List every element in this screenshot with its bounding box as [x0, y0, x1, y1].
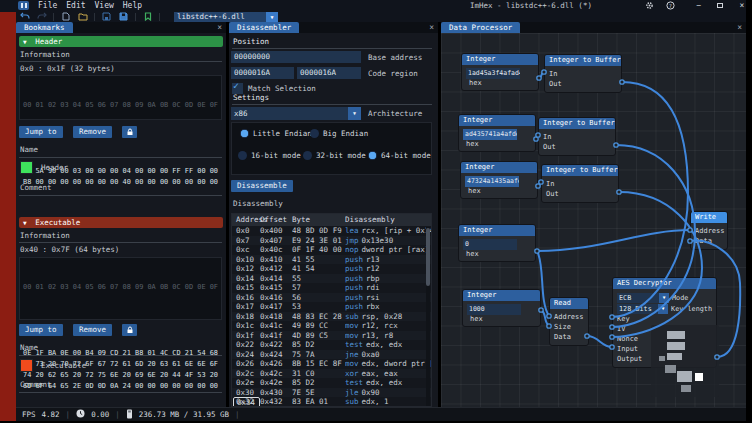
bookmark-color-swatch[interactable]: [20, 161, 33, 174]
disassembly-row[interactable]: 0x22 0x422 85 D2 testedx, edx: [232, 340, 431, 350]
radio-16bit-mode[interactable]: 16-bit mode: [238, 151, 301, 160]
jump-to-button[interactable]: Jump to: [19, 324, 63, 336]
save-icon[interactable]: [101, 12, 112, 21]
base-address-input[interactable]: 00000000: [231, 51, 361, 63]
disassembly-row[interactable]: 0x7 0x407 E9 24 3E 01 0 jmp0x13e30: [232, 236, 431, 246]
port-address[interactable]: Address: [695, 226, 723, 236]
radio-little-endian[interactable]: Little Endian: [240, 129, 312, 138]
integer-value-input[interactable]: 47324a1435aafe: [465, 176, 519, 187]
node-read[interactable]: Read Address Size Data: [549, 297, 589, 346]
minimize-button[interactable]: −: [693, 1, 705, 10]
scrollbar-thumb[interactable]: [426, 228, 430, 286]
hex-view[interactable]: 00 01 02 03 04 05 06 07 08 09 0A 0B 0C 0…: [19, 257, 222, 320]
port-in[interactable]: In: [549, 69, 617, 79]
node-integer-2[interactable]: Integer ad435741a4afdehex: [458, 114, 536, 152]
maximize-button[interactable]: [717, 3, 723, 8]
disassembly-row[interactable]: 0x26 0x426 8B 15 EC 8F 1 movedx, dword p…: [232, 359, 431, 369]
lock-button[interactable]: [122, 126, 137, 138]
bookmark-header-bar[interactable]: ▼ Executable: [19, 217, 223, 228]
bookmark-icon[interactable]: [142, 12, 153, 21]
disassemble-button[interactable]: Disassemble: [231, 180, 293, 192]
architecture-dropdown[interactable]: x86 ▼: [231, 107, 361, 120]
hex-view[interactable]: 00 01 02 03 04 05 06 07 08 09 0A 0B 0C 0…: [19, 75, 222, 120]
new-file-icon[interactable]: [60, 12, 71, 21]
port-address[interactable]: Address: [554, 312, 584, 322]
help-icon[interactable]: ?: [664, 1, 676, 10]
close-icon[interactable]: ×: [425, 22, 438, 33]
radio-64bit-mode[interactable]: 64-bit mode: [368, 151, 431, 160]
port-data[interactable]: Data: [695, 236, 723, 246]
disassembly-row[interactable]: 0x18 0x418 48 83 EC 28 subrsp, 0x28: [232, 312, 431, 322]
port-out[interactable]: Out: [549, 79, 617, 89]
integer-value-input[interactable]: 0: [463, 239, 517, 250]
key-length-dropdown[interactable]: 128 Bits▼: [617, 304, 668, 314]
disassembly-row[interactable]: 0x16 0x416 56 pushrsi: [232, 293, 431, 303]
port-size[interactable]: Size: [554, 322, 584, 332]
node-editor-canvas[interactable]: Integer 1ad45a3f4afad4hex Integer to Buf…: [441, 33, 746, 407]
node-int-to-buffer-1[interactable]: Integer to Buffer In Out: [544, 54, 622, 93]
integer-value-input[interactable]: ad435741a4afde: [463, 129, 517, 140]
save-as-icon[interactable]: [118, 12, 129, 21]
disassembly-row[interactable]: 0x14 0x414 55 pushrbp: [232, 274, 431, 284]
remove-button[interactable]: Remove: [73, 126, 112, 138]
radio-32bit-mode[interactable]: 32-bit mode: [303, 151, 366, 160]
code-region-start-input[interactable]: 0000016A: [231, 67, 294, 79]
port-data[interactable]: Data: [554, 332, 584, 342]
disassembly-row[interactable]: 0xc 0x40c 0F 1F 40 00 nopdword ptr [rax]: [232, 245, 431, 255]
disassembly-row[interactable]: 0x24 0x424 75 7A jne0xa0: [232, 350, 431, 360]
bookmark-color-swatch[interactable]: [20, 359, 33, 372]
file-selector-dropdown[interactable]: libstdc++-6.dll ▼: [174, 12, 278, 22]
table-header-row[interactable]: Address Offset Byte Disassembly: [232, 214, 431, 226]
tab-bookmarks[interactable]: Bookmarks: [16, 22, 73, 33]
disassembly-row[interactable]: 0x12 0x412 41 54 pushr12: [232, 264, 431, 274]
port-out[interactable]: Out: [543, 142, 611, 152]
redo-icon[interactable]: [36, 12, 47, 21]
node-write[interactable]: Write Address Data: [690, 211, 728, 250]
disassembly-row[interactable]: 0x30 0x430 7E 5E jle0x90: [232, 388, 431, 398]
code-region-end-input[interactable]: 0000016A: [297, 67, 361, 79]
bookmark-header-bar[interactable]: ▼ Header: [19, 36, 223, 47]
focused-cell[interactable]: 0x34: [233, 397, 260, 407]
menu-help[interactable]: Help: [123, 0, 142, 11]
settings-gear-icon[interactable]: [643, 1, 655, 10]
disassembly-row[interactable]: 0x17 0x417 53 pushrbx: [232, 302, 431, 312]
menu-file[interactable]: File: [38, 0, 57, 11]
node-int-to-buffer-3[interactable]: Integer to Buffer In Out: [541, 164, 619, 203]
disassembly-row[interactable]: 0x0 0x400 48 8D 0D F9 0 learcx, [rip + 0…: [232, 226, 431, 236]
disassembly-row[interactable]: 0x32 0x432 83 EA 01 subedx, 1: [232, 397, 431, 407]
close-button[interactable]: ×: [736, 1, 748, 10]
disassembly-row[interactable]: 0x1f 0x41f 4D 89 C5 movr13, r8: [232, 331, 431, 341]
jump-to-button[interactable]: Jump to: [19, 126, 63, 138]
integer-value-input[interactable]: 1000: [467, 304, 521, 315]
disassembly-row[interactable]: 0x2e 0x42e 85 D2 testedx, edx: [232, 378, 431, 388]
scrollbar[interactable]: [426, 227, 430, 406]
port-key[interactable]: Key: [617, 314, 712, 324]
lock-button[interactable]: [122, 324, 137, 336]
undo-icon[interactable]: [19, 12, 30, 21]
port-in[interactable]: In: [546, 179, 614, 189]
node-integer-1[interactable]: Integer 1ad45a3f4afad4hex: [461, 53, 539, 91]
disassembly-row[interactable]: 0x10 0x410 41 55 pushr13: [232, 255, 431, 265]
port-in[interactable]: In: [543, 132, 611, 142]
disassembly-row[interactable]: 0x1c 0x41c 49 89 CC movr12, rcx: [232, 321, 431, 331]
node-int-to-buffer-2[interactable]: Integer to Buffer In Out: [538, 117, 616, 156]
menu-view[interactable]: View: [95, 0, 114, 11]
close-icon[interactable]: ×: [733, 22, 746, 33]
menu-edit[interactable]: Edit: [66, 0, 85, 11]
open-file-icon[interactable]: [77, 12, 88, 21]
minimap[interactable]: [651, 325, 719, 397]
node-integer-4[interactable]: Integer 0hex: [458, 224, 536, 262]
tab-data-processor[interactable]: Data Processor: [441, 22, 520, 33]
tab-disassembler[interactable]: Disassembler: [229, 22, 299, 33]
cell-address: 0x26: [232, 359, 260, 369]
port-out[interactable]: Out: [546, 189, 614, 199]
remove-button[interactable]: Remove: [73, 324, 112, 336]
node-integer-5[interactable]: Integer 1000hex: [462, 289, 541, 327]
radio-big-endian[interactable]: Big Endian: [310, 129, 368, 138]
mode-dropdown[interactable]: ECB▼: [617, 293, 669, 303]
disassembly-row[interactable]: 0x15 0x415 57 pushrdi: [232, 283, 431, 293]
disassembly-row[interactable]: 0x2c 0x42c 31 C0 xoreax, eax: [232, 369, 431, 379]
integer-value-input[interactable]: 1ad45a3f4afad4: [466, 68, 520, 79]
node-integer-3[interactable]: Integer 47324a1435aafehex: [460, 161, 538, 199]
close-icon[interactable]: ×: [213, 22, 226, 33]
